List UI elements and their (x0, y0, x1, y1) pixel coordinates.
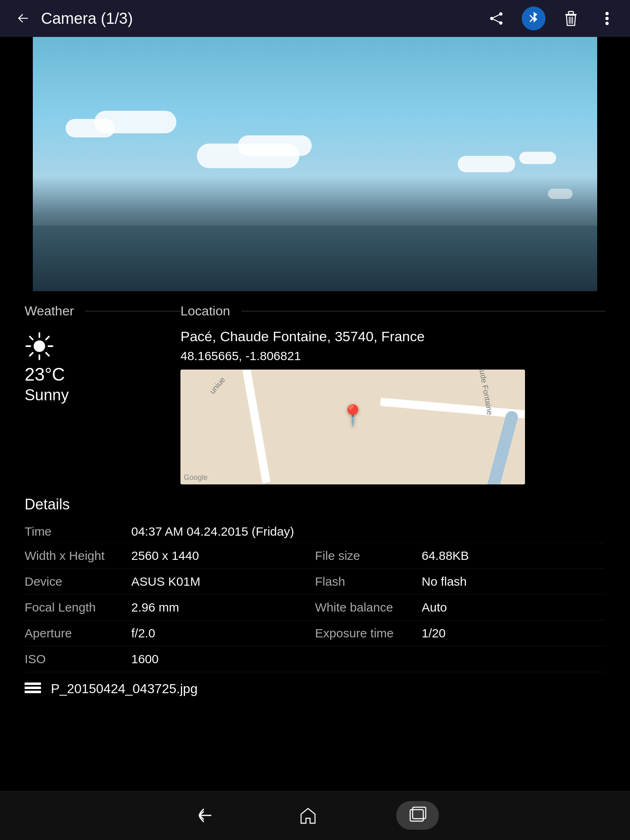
info-overlay: Weather 23°C Sunny (0, 291, 630, 791)
detail-row-focal: Focal Length 2.96 mm (25, 595, 315, 621)
detail-label-flash: Flash (315, 575, 422, 589)
map-container[interactable]: uniue Chaude Fontaine 📍 Google (180, 370, 525, 484)
weather-location-row: Weather 23°C Sunny (25, 304, 605, 484)
map-label-road: uniue (208, 375, 227, 396)
detail-value-filesize: 64.88KB (422, 549, 469, 563)
svg-line-4 (492, 18, 501, 23)
detail-value-aperture: f/2.0 (131, 626, 155, 640)
location-address: Pacé, Chaude Fontaine, 35740, France (180, 327, 605, 347)
svg-point-13 (34, 340, 45, 352)
water-area (33, 226, 597, 291)
cloud-decoration (94, 111, 176, 133)
location-coordinates: 48.165665, -1.806821 (180, 349, 605, 363)
map-pin: 📍 (340, 404, 365, 427)
detail-label-width: Width x Height (25, 549, 131, 563)
detail-row-aperture: Aperture f/2.0 (25, 621, 315, 646)
detail-value-flash: No flash (422, 575, 467, 589)
cloud-decoration (548, 189, 573, 199)
cloud-decoration (458, 156, 515, 172)
detail-value-exposure: 1/20 (422, 626, 445, 640)
details-grid: Width x Height 2560 x 1440 File size 64.… (25, 543, 605, 672)
map-river (484, 409, 519, 484)
svg-line-21 (30, 353, 33, 356)
svg-point-11 (605, 17, 609, 20)
detail-label-exposure: Exposure time (315, 626, 422, 640)
stacked-layers-icon (25, 680, 43, 698)
details-section: Details Time 04:37 AM 04.24.2015 (Friday… (25, 496, 605, 698)
recents-nav-button[interactable] (396, 801, 439, 830)
top-bar-left: Camera (1/3) (12, 8, 486, 29)
detail-value-focal: 2.96 mm (131, 600, 179, 614)
svg-point-10 (605, 12, 609, 15)
detail-time-row: Time 04:37 AM 04.24.2015 (Friday) (25, 520, 605, 543)
detail-label-filesize: File size (315, 549, 422, 563)
sun-icon (25, 327, 180, 361)
detail-label-device: Device (25, 575, 131, 589)
map-road (380, 397, 525, 418)
svg-rect-6 (568, 11, 573, 14)
detail-row-wb: White balance Auto (315, 595, 605, 621)
weather-temperature: 23°C (25, 364, 180, 385)
map-credit: Google (184, 473, 208, 482)
svg-line-19 (46, 353, 49, 356)
location-header: Location (180, 304, 605, 319)
detail-row-iso: ISO 1600 (25, 646, 605, 672)
detail-label-focal: Focal Length (25, 600, 131, 614)
more-button[interactable] (596, 8, 618, 29)
page-title: Camera (1/3) (41, 10, 133, 27)
map-road (242, 370, 270, 483)
location-section: Location Pacé, Chaude Fontaine, 35740, F… (180, 304, 605, 484)
detail-row-device: Device ASUS K01M (25, 569, 315, 595)
photo-sky (33, 37, 597, 291)
svg-line-18 (30, 337, 33, 340)
file-name: P_20150424_043725.jpg (51, 681, 198, 696)
top-bar: Camera (1/3) (0, 0, 630, 37)
detail-label-aperture: Aperture (25, 626, 131, 640)
detail-row-exposure: Exposure time 1/20 (315, 621, 605, 646)
detail-value-iso: 1600 (131, 652, 159, 666)
bluetooth-button[interactable] (522, 7, 546, 30)
location-divider (242, 311, 605, 311)
map-background: uniue Chaude Fontaine 📍 Google (180, 370, 525, 484)
detail-value-width: 2560 x 1440 (131, 549, 199, 563)
svg-line-3 (492, 14, 501, 18)
weather-description: Sunny (25, 386, 180, 404)
detail-value-device: ASUS K01M (131, 575, 200, 589)
photo-area (33, 37, 597, 291)
location-label: Location (180, 304, 230, 319)
detail-row-filesize: File size 64.88KB (315, 543, 605, 569)
details-title: Details (25, 496, 605, 513)
weather-header: Weather (25, 304, 180, 319)
svg-rect-22 (25, 682, 41, 685)
weather-section: Weather 23°C Sunny (25, 304, 180, 484)
weather-label: Weather (25, 304, 74, 319)
cloud-decoration (238, 135, 312, 156)
svg-rect-23 (25, 687, 41, 689)
svg-rect-24 (25, 691, 41, 693)
bottom-nav (0, 791, 630, 840)
file-row: P_20150424_043725.jpg (25, 680, 605, 698)
top-bar-icons (486, 7, 618, 30)
detail-value-time: 04:37 AM 04.24.2015 (Friday) (131, 525, 294, 539)
svg-point-12 (605, 22, 609, 25)
share-button[interactable] (486, 8, 507, 29)
back-nav-button[interactable] (191, 801, 220, 830)
detail-label-time: Time (25, 525, 131, 539)
cloud-decoration (519, 152, 556, 164)
weather-divider (85, 311, 180, 311)
detail-label-wb: White balance (315, 600, 422, 614)
home-nav-button[interactable] (294, 801, 322, 830)
delete-button[interactable] (560, 8, 582, 29)
detail-label-iso: ISO (25, 652, 131, 666)
back-button[interactable] (12, 8, 34, 29)
detail-row-width: Width x Height 2560 x 1440 (25, 543, 315, 569)
detail-value-wb: Auto (422, 600, 447, 614)
detail-row-flash: Flash No flash (315, 569, 605, 595)
svg-line-20 (46, 337, 49, 340)
